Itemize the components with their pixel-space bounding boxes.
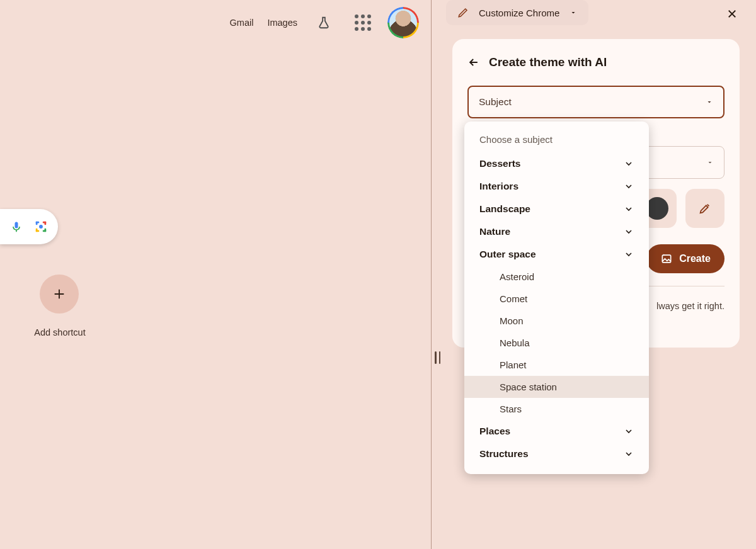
image-sparkle-icon bbox=[660, 252, 673, 265]
create-button[interactable]: Create bbox=[646, 244, 724, 273]
mic-icon[interactable] bbox=[10, 220, 23, 233]
category-nature[interactable]: Nature bbox=[464, 220, 649, 243]
lens-icon[interactable] bbox=[34, 220, 48, 234]
subject-option-moon[interactable]: Moon bbox=[464, 310, 649, 332]
svg-rect-3 bbox=[45, 222, 47, 225]
color-picker-button[interactable] bbox=[685, 189, 724, 228]
subject-popover: Choose a subject DessertsInteriorsLandsc… bbox=[464, 122, 649, 474]
category-outer-space[interactable]: Outer space bbox=[464, 243, 649, 266]
category-interiors[interactable]: Interiors bbox=[464, 175, 649, 198]
customize-chrome-label: Customize Chrome bbox=[479, 8, 559, 18]
category-structures[interactable]: Structures bbox=[464, 443, 649, 465]
back-arrow-icon[interactable] bbox=[467, 56, 480, 69]
customize-chrome-chip[interactable]: Customize Chrome bbox=[446, 0, 588, 25]
close-panel-button[interactable] bbox=[722, 4, 742, 24]
caret-down-icon bbox=[570, 9, 577, 16]
panel-divider bbox=[431, 0, 432, 549]
add-shortcut-button[interactable] bbox=[40, 274, 79, 314]
subject-option-space-station[interactable]: Space station bbox=[464, 376, 649, 398]
svg-rect-7 bbox=[45, 229, 47, 232]
apps-grid-icon[interactable] bbox=[350, 10, 375, 35]
svg-rect-9 bbox=[663, 255, 671, 263]
caret-down-icon bbox=[706, 159, 714, 166]
create-button-label: Create bbox=[679, 253, 711, 264]
subject-option-stars[interactable]: Stars bbox=[464, 398, 649, 420]
svg-rect-5 bbox=[36, 229, 38, 232]
add-shortcut-label: Add shortcut bbox=[0, 327, 120, 337]
pencil-icon bbox=[457, 7, 469, 18]
ai-disclaimer: lways get it right. bbox=[656, 301, 724, 311]
caret-down-icon bbox=[706, 98, 713, 106]
avatar[interactable] bbox=[389, 9, 417, 37]
panel-title: Create theme with AI bbox=[489, 55, 607, 69]
subject-label: Subject bbox=[479, 96, 512, 108]
popover-hint: Choose a subject bbox=[464, 122, 649, 152]
color-row bbox=[638, 189, 724, 228]
category-desserts[interactable]: Desserts bbox=[464, 152, 649, 175]
svg-point-8 bbox=[39, 225, 43, 229]
subject-option-asteroid[interactable]: Asteroid bbox=[464, 266, 649, 288]
images-link[interactable]: Images bbox=[267, 18, 297, 28]
labs-icon[interactable] bbox=[311, 10, 336, 35]
category-places[interactable]: Places bbox=[464, 420, 649, 443]
subject-option-planet[interactable]: Planet bbox=[464, 354, 649, 376]
topbar: Gmail Images bbox=[230, 9, 417, 37]
category-landscape[interactable]: Landscape bbox=[464, 198, 649, 220]
gmail-link[interactable]: Gmail bbox=[230, 18, 254, 28]
ntp-area: Gmail Images Add shortcut bbox=[0, 0, 431, 549]
search-pill[interactable] bbox=[0, 209, 58, 244]
subject-option-comet[interactable]: Comet bbox=[464, 288, 649, 310]
svg-rect-1 bbox=[36, 222, 38, 225]
resize-handle[interactable] bbox=[435, 351, 440, 364]
subject-dropdown[interactable]: Subject bbox=[467, 86, 724, 118]
subject-option-nebula[interactable]: Nebula bbox=[464, 332, 649, 354]
